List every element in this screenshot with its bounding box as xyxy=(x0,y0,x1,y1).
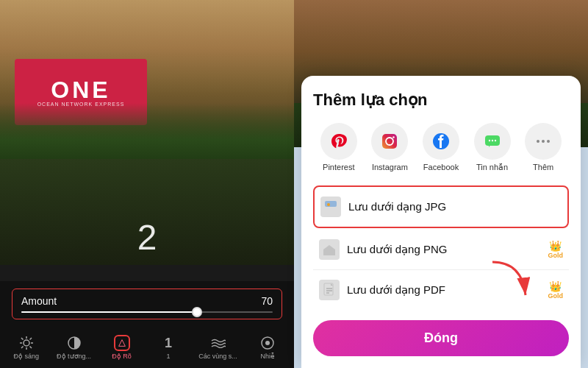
png-crown-icon: 👑 xyxy=(549,240,562,252)
tool-grain[interactable]: Các vùng s... xyxy=(198,335,237,360)
slider-track[interactable] xyxy=(21,311,273,313)
pdf-gold-badge: 👑 Gold xyxy=(548,280,564,300)
svg-point-20 xyxy=(494,140,495,141)
slider-label: Amount xyxy=(21,295,57,307)
brightness-icon xyxy=(18,335,35,351)
tool-vignette-label: Nhiễ xyxy=(261,353,276,360)
tool-sharpen-label: 1 xyxy=(166,353,170,360)
left-panel: ONE OCEAN NETWORK EXPRESS 2 Amount 70 xyxy=(0,0,294,368)
tool-vignette[interactable]: Nhiễ xyxy=(251,335,284,360)
save-options: Lưu dưới dạng JPG Lưu dưới dạng PNG 👑 Go… xyxy=(313,185,569,310)
share-instagram[interactable]: Instagram xyxy=(371,123,408,172)
message-icon xyxy=(474,123,511,160)
photo-area: ONE OCEAN NETWORK EXPRESS 2 xyxy=(0,0,294,265)
pinterest-icon xyxy=(320,123,357,160)
svg-line-6 xyxy=(29,347,32,349)
svg-line-5 xyxy=(21,338,24,340)
save-pdf-option[interactable]: Lưu dưới dạng PDF 👑 Gold xyxy=(313,270,569,310)
pdf-icon xyxy=(319,280,340,300)
svg-rect-13 xyxy=(382,134,397,149)
svg-point-15 xyxy=(393,136,395,138)
tool-grain-label: Các vùng s... xyxy=(198,353,237,360)
pinterest-label: Pinterest xyxy=(323,163,354,171)
instagram-icon xyxy=(371,123,408,160)
pdf-gold-label: Gold xyxy=(548,292,564,300)
message-label: Tin nhắn xyxy=(476,163,508,172)
share-facebook[interactable]: Facebook xyxy=(423,123,459,172)
slider-thumb[interactable] xyxy=(192,307,202,317)
svg-point-26 xyxy=(327,203,330,206)
tool-contrast-label: Độ tương... xyxy=(57,353,91,360)
share-title: Thêm lựa chọn xyxy=(313,91,569,110)
container-text-one: ONE xyxy=(51,78,110,102)
slider-box: Amount 70 xyxy=(12,289,282,319)
png-icon xyxy=(319,239,340,260)
vignette-icon xyxy=(259,335,276,351)
tool-sharpen[interactable]: 1 1 xyxy=(152,335,184,360)
save-pdf-text: Lưu dưới dạng PDF xyxy=(347,283,541,297)
save-jpg-option[interactable]: Lưu dưới dạng JPG xyxy=(313,185,569,228)
more-icon xyxy=(525,123,562,160)
svg-point-0 xyxy=(24,340,29,346)
svg-rect-25 xyxy=(325,201,337,207)
instagram-label: Instagram xyxy=(372,163,408,171)
svg-marker-10 xyxy=(118,340,125,347)
sharpen-icon: 1 xyxy=(160,335,176,351)
svg-point-23 xyxy=(547,140,550,143)
pdf-crown-icon: 👑 xyxy=(549,280,562,292)
svg-point-12 xyxy=(265,341,270,345)
png-gold-label: Gold xyxy=(548,252,564,259)
grain-icon xyxy=(210,335,226,351)
tool-brightness[interactable]: Độ sáng xyxy=(10,335,43,360)
svg-point-21 xyxy=(537,140,539,143)
number-overlay: 2 xyxy=(137,217,157,258)
facebook-label: Facebook xyxy=(423,163,459,171)
share-icons-row: Pinterest xyxy=(313,123,569,172)
png-gold-badge: 👑 Gold xyxy=(548,240,564,259)
contrast-icon xyxy=(66,335,82,351)
bottom-toolbar: Độ sáng Độ tương... Độ Rõ 1 1 xyxy=(0,327,294,368)
svg-point-18 xyxy=(488,140,490,141)
tool-clarity[interactable]: Độ Rõ xyxy=(106,335,138,360)
svg-line-7 xyxy=(29,338,32,340)
slider-fill xyxy=(21,311,197,313)
right-panel: Thêm lựa chọn Pinterest xyxy=(294,0,588,368)
svg-line-8 xyxy=(21,347,24,349)
clarity-icon-box xyxy=(114,335,130,351)
share-message[interactable]: Tin nhắn xyxy=(474,123,511,172)
tool-clarity-label: Độ Rõ xyxy=(112,353,132,360)
slider-value: 70 xyxy=(261,295,273,307)
save-png-option[interactable]: Lưu dưới dạng PNG 👑 Gold xyxy=(313,230,569,270)
slider-label-row: Amount 70 xyxy=(21,295,273,307)
tool-contrast[interactable]: Độ tương... xyxy=(57,335,91,360)
share-more[interactable]: Thêm xyxy=(525,123,562,172)
svg-point-19 xyxy=(491,140,492,141)
save-jpg-text: Lưu dưới dạng JPG xyxy=(348,200,562,213)
slider-section: Amount 70 xyxy=(0,281,294,327)
share-pinterest[interactable]: Pinterest xyxy=(320,123,357,172)
share-sheet: Thêm lựa chọn Pinterest xyxy=(301,76,581,368)
more-label: Thêm xyxy=(533,163,553,171)
close-button[interactable]: Đóng xyxy=(313,320,569,356)
tool-brightness-label: Độ sáng xyxy=(13,353,39,360)
facebook-icon xyxy=(423,123,459,160)
svg-point-22 xyxy=(542,140,545,143)
jpg-icon xyxy=(320,197,341,217)
save-png-text: Lưu dưới dạng PNG xyxy=(347,243,541,256)
